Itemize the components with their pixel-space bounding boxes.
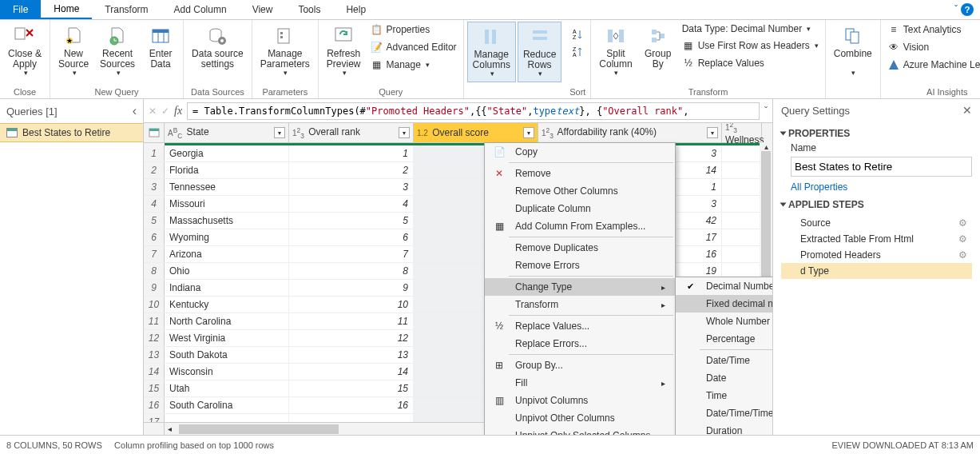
refresh-preview-button[interactable]: Refresh Preview▾: [322, 22, 366, 81]
gear-icon[interactable]: ⚙: [958, 233, 967, 245]
step-changed-type[interactable]: d Type: [781, 263, 972, 279]
row-header[interactable]: 4: [144, 196, 165, 212]
cell-state[interactable]: South Carolina: [165, 397, 289, 413]
data-source-settings-button[interactable]: Data source settings: [187, 22, 248, 73]
enter-data-button[interactable]: Enter Data: [141, 22, 180, 73]
row-header[interactable]: 6: [144, 229, 165, 245]
row-header[interactable]: 17: [144, 414, 165, 422]
step-promoted[interactable]: Promoted Headers⚙: [781, 247, 972, 263]
close-apply-button[interactable]: Close & Apply▾: [3, 22, 46, 81]
use-first-row-button[interactable]: ▦Use First Row as Headers▾: [679, 38, 822, 54]
cell-state[interactable]: Massachusetts: [165, 213, 289, 229]
table-row[interactable]: 4Missouri43: [144, 196, 772, 213]
ctx-replace-values[interactable]: ½Replace Values...: [485, 317, 675, 335]
ctx-copy[interactable]: 📄Copy: [485, 143, 675, 161]
type-duration[interactable]: Duration: [676, 422, 772, 435]
sort-asc-button[interactable]: AZ: [568, 26, 587, 42]
cell-state[interactable]: North Carolina: [165, 313, 289, 329]
table-row[interactable]: 5Massachusetts542: [144, 213, 772, 229]
ctx-remove-err[interactable]: Remove Errors: [485, 257, 675, 274]
type-time[interactable]: Time: [676, 387, 772, 404]
recent-sources-button[interactable]: Recent Sources▾: [95, 22, 140, 81]
ctx-unpivot-selected[interactable]: Unpivot Only Selected Columns: [485, 427, 675, 435]
table-row[interactable]: 6Wyoming617: [144, 229, 772, 246]
help-button[interactable]: ˇ ?: [954, 0, 980, 19]
cell-rank[interactable]: 11: [289, 313, 414, 329]
manage-button[interactable]: ▦Manage▾: [367, 57, 460, 73]
tools-tab[interactable]: Tools: [285, 0, 333, 19]
cell-rank[interactable]: 1: [289, 145, 414, 161]
cell-wellness[interactable]: [722, 145, 762, 161]
cell-rank[interactable]: 8: [289, 263, 414, 279]
row-header[interactable]: 10: [144, 297, 165, 313]
cell-rank[interactable]: 2: [289, 162, 414, 178]
cell-rank[interactable]: 14: [289, 364, 414, 380]
column-header-state[interactable]: ABC State▾: [165, 123, 289, 142]
row-header[interactable]: 3: [144, 179, 165, 195]
transform-tab[interactable]: Transform: [92, 0, 161, 19]
cell-rank[interactable]: [289, 414, 414, 422]
ctx-remove-other[interactable]: Remove Other Columns: [485, 182, 675, 200]
cell-state[interactable]: Georgia: [165, 145, 289, 161]
cell-rank[interactable]: 10: [289, 297, 414, 313]
cell-state[interactable]: Tennessee: [165, 179, 289, 195]
column-header-affordability[interactable]: 123 Affordability rank (40%)▾: [538, 123, 722, 142]
cell-state[interactable]: Utah: [165, 380, 289, 396]
cell-state[interactable]: Kentucky: [165, 297, 289, 313]
cell-rank[interactable]: 3: [289, 179, 414, 195]
gear-icon[interactable]: ⚙: [958, 249, 967, 261]
cell-rank[interactable]: 16: [289, 397, 414, 413]
step-source[interactable]: Source⚙: [781, 215, 972, 231]
cell-wellness[interactable]: [722, 229, 762, 245]
formula-commit-button[interactable]: ✓: [161, 106, 169, 117]
type-percentage[interactable]: Percentage: [676, 330, 772, 348]
cell-rank[interactable]: 9: [289, 280, 414, 296]
vision-button[interactable]: 👁Vision: [884, 39, 980, 55]
cell-rank[interactable]: 6: [289, 229, 414, 245]
new-source-button[interactable]: ★ New Source▾: [54, 22, 93, 81]
type-dtz[interactable]: Date/Time/Timezone: [676, 404, 772, 422]
ctx-fill[interactable]: Fill▸: [485, 374, 675, 392]
cell-rank[interactable]: 12: [289, 330, 414, 346]
combine-button[interactable]: Combine▾: [829, 22, 877, 81]
manage-parameters-button[interactable]: Manage Parameters▾: [256, 22, 315, 81]
cell-rank[interactable]: 5: [289, 213, 414, 229]
formula-input[interactable]: = Table.TransformColumnTypes(#"Promoted …: [187, 102, 760, 120]
cell-state[interactable]: Ohio: [165, 263, 289, 279]
home-tab[interactable]: Home: [41, 0, 92, 19]
column-filter-button[interactable]: ▾: [399, 127, 410, 138]
column-header-overall-score[interactable]: 1.2 Overall score▾: [414, 123, 538, 142]
add-column-tab[interactable]: Add Column: [161, 0, 240, 19]
row-header[interactable]: 15: [144, 380, 165, 396]
type-decimal[interactable]: ✔Decimal Number: [676, 277, 772, 295]
cell-state[interactable]: Florida: [165, 162, 289, 178]
type-fixed-decimal[interactable]: Fixed decimal number: [676, 295, 772, 313]
ctx-unpivot-other[interactable]: Unpivot Other Columns: [485, 409, 675, 427]
column-header-overall-rank[interactable]: 123 Overall rank▾: [289, 123, 414, 142]
cell-state[interactable]: Indiana: [165, 280, 289, 296]
row-header[interactable]: 13: [144, 347, 165, 363]
row-header[interactable]: 1: [144, 145, 165, 161]
reduce-rows-button[interactable]: Reduce Rows▾: [518, 22, 561, 82]
view-tab[interactable]: View: [240, 0, 286, 19]
split-column-button[interactable]: Split Column▾: [594, 22, 637, 81]
manage-columns-button[interactable]: Manage Columns▾: [467, 22, 516, 82]
properties-section[interactable]: PROPERTIES: [781, 128, 972, 139]
replace-values-button[interactable]: ½Replace Values: [679, 55, 822, 71]
help-tab[interactable]: Help: [333, 0, 379, 19]
text-analytics-button[interactable]: ≡Text Analytics: [884, 22, 980, 38]
row-header[interactable]: 8: [144, 263, 165, 279]
cell-wellness[interactable]: [722, 196, 762, 212]
table-row[interactable]: 1Georgia13: [144, 145, 772, 162]
row-header[interactable]: 11: [144, 313, 165, 329]
row-header[interactable]: 7: [144, 246, 165, 262]
ctx-add-from-examples[interactable]: ▦Add Column From Examples...: [485, 217, 675, 235]
grid-corner[interactable]: [144, 123, 165, 142]
table-row[interactable]: 7Arizona716: [144, 246, 772, 263]
advanced-editor-button[interactable]: 📝Advanced Editor: [367, 39, 460, 55]
table-row[interactable]: 2Florida214: [144, 162, 772, 179]
ctx-duplicate[interactable]: Duplicate Column: [485, 200, 675, 217]
cell-wellness[interactable]: [722, 162, 762, 178]
all-properties-link[interactable]: All Properties: [791, 181, 847, 193]
step-extracted[interactable]: Extracted Table From Html⚙: [781, 231, 972, 247]
